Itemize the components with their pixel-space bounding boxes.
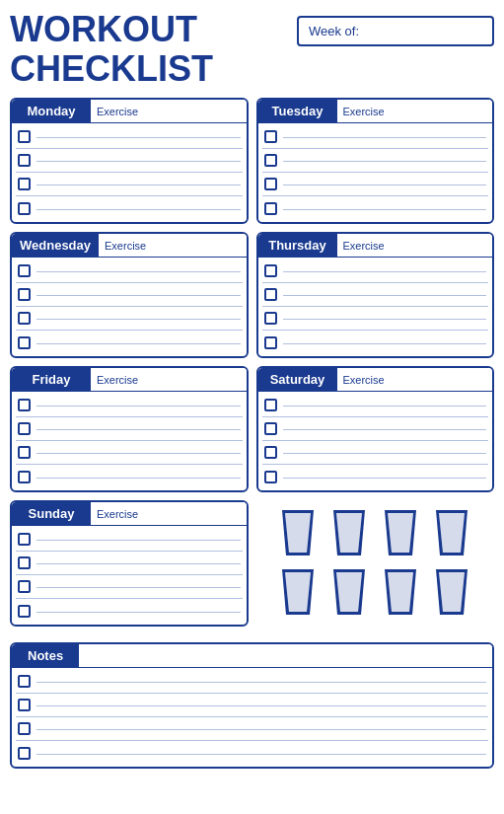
water-glass-icon[interactable] xyxy=(328,567,370,617)
svg-marker-17 xyxy=(336,572,362,612)
checkbox[interactable] xyxy=(18,264,31,277)
notes-rows xyxy=(12,668,492,767)
water-tracker xyxy=(256,500,495,634)
table-row xyxy=(16,417,243,441)
checkbox[interactable] xyxy=(264,288,277,301)
table-row xyxy=(16,694,488,717)
table-row xyxy=(262,125,489,149)
table-row xyxy=(16,283,243,307)
wednesday-label: Wednesday xyxy=(12,234,99,257)
water-glass-icon[interactable] xyxy=(328,508,370,557)
checkbox[interactable] xyxy=(18,399,31,411)
checkbox[interactable] xyxy=(264,336,277,349)
table-row xyxy=(16,465,243,488)
checkbox[interactable] xyxy=(18,154,31,167)
table-row xyxy=(16,331,243,354)
checkbox[interactable] xyxy=(18,699,31,711)
checkbox[interactable] xyxy=(18,288,31,301)
table-row xyxy=(16,149,243,173)
checkbox[interactable] xyxy=(264,312,277,325)
table-row xyxy=(16,196,243,220)
water-glass-icon[interactable] xyxy=(431,508,472,557)
row-1: Monday Exercise Tuesday Exercise xyxy=(10,98,494,224)
friday-header-row: Friday Exercise xyxy=(12,368,247,392)
checkbox[interactable] xyxy=(264,202,277,215)
table-row xyxy=(16,394,243,417)
thursday-section: Thursday Exercise xyxy=(256,232,495,358)
tuesday-rows xyxy=(258,123,493,222)
checkbox[interactable] xyxy=(18,446,31,459)
checkbox[interactable] xyxy=(18,556,31,569)
friday-label: Friday xyxy=(12,368,91,391)
table-row xyxy=(16,552,243,575)
checkbox[interactable] xyxy=(18,336,31,349)
checkbox[interactable] xyxy=(18,312,31,325)
wednesday-section: Wednesday Exercise xyxy=(10,232,249,358)
table-row xyxy=(262,149,489,173)
checkbox[interactable] xyxy=(264,446,277,459)
row-4: Sunday Exercise xyxy=(10,500,494,634)
checkbox[interactable] xyxy=(264,422,277,435)
notes-header-row: Notes xyxy=(12,644,492,668)
monday-label: Monday xyxy=(12,100,91,122)
notes-label: Notes xyxy=(12,644,79,667)
water-glass-icon[interactable] xyxy=(380,508,421,557)
water-row-1 xyxy=(277,508,472,557)
svg-marker-5 xyxy=(336,513,362,553)
thursday-rows xyxy=(258,258,493,356)
table-row xyxy=(262,417,489,441)
checkbox[interactable] xyxy=(264,471,277,483)
checkbox[interactable] xyxy=(18,722,31,735)
monday-header-row: Monday Exercise xyxy=(12,100,247,123)
checkbox[interactable] xyxy=(18,580,31,593)
checkbox[interactable] xyxy=(18,178,31,190)
table-row xyxy=(16,528,243,552)
saturday-exercise-label: Exercise xyxy=(337,374,385,386)
svg-marker-14 xyxy=(285,572,311,612)
checkbox[interactable] xyxy=(18,533,31,546)
svg-marker-2 xyxy=(285,513,311,553)
week-of-field[interactable]: Week of: xyxy=(297,16,494,46)
row-2: Wednesday Exercise Thursday Exercise xyxy=(10,232,494,358)
water-glass-icon[interactable] xyxy=(277,567,319,617)
tuesday-label: Tuesday xyxy=(258,100,337,122)
table-row xyxy=(262,465,489,488)
checkbox[interactable] xyxy=(18,675,31,688)
table-row xyxy=(16,173,243,196)
wednesday-exercise-label: Exercise xyxy=(99,240,146,252)
checkbox[interactable] xyxy=(264,264,277,277)
saturday-rows xyxy=(258,392,493,490)
checkbox[interactable] xyxy=(264,130,277,143)
water-glass-icon[interactable] xyxy=(277,508,319,557)
table-row xyxy=(16,599,243,623)
tuesday-header-row: Tuesday Exercise xyxy=(258,100,493,123)
table-row xyxy=(262,331,489,354)
checkbox[interactable] xyxy=(264,178,277,190)
main-title: WORKOUT CHECKLIST xyxy=(10,10,297,88)
checkbox[interactable] xyxy=(18,422,31,435)
sunday-exercise-label: Exercise xyxy=(91,508,138,520)
friday-section: Friday Exercise xyxy=(10,366,249,492)
header: WORKOUT CHECKLIST Week of: xyxy=(10,10,494,88)
table-row xyxy=(262,394,489,417)
monday-rows xyxy=(12,123,247,222)
checkbox[interactable] xyxy=(18,471,31,483)
table-row xyxy=(262,259,489,283)
water-glass-icon[interactable] xyxy=(380,567,421,617)
saturday-label: Saturday xyxy=(258,368,337,391)
checkbox[interactable] xyxy=(264,399,277,411)
checkbox[interactable] xyxy=(18,605,31,618)
table-row xyxy=(16,259,243,283)
table-row xyxy=(262,173,489,196)
thursday-label: Thursday xyxy=(258,234,337,257)
table-row xyxy=(262,283,489,307)
checkbox[interactable] xyxy=(18,747,31,760)
table-row xyxy=(16,575,243,599)
tuesday-section: Tuesday Exercise xyxy=(256,98,495,224)
checkbox[interactable] xyxy=(264,154,277,167)
table-row xyxy=(16,670,488,694)
sunday-section: Sunday Exercise xyxy=(10,500,249,627)
checkbox[interactable] xyxy=(18,202,31,215)
water-glass-icon[interactable] xyxy=(431,567,472,617)
checkbox[interactable] xyxy=(18,130,31,143)
